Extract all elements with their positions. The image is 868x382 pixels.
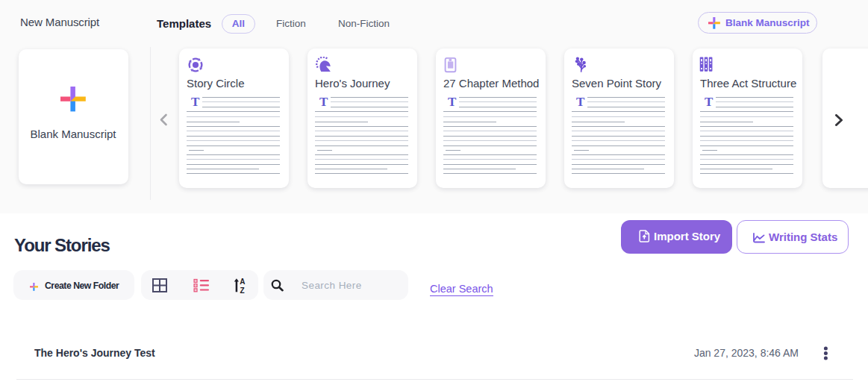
svg-text:A: A — [240, 278, 245, 286]
svg-text:Z: Z — [240, 286, 245, 293]
